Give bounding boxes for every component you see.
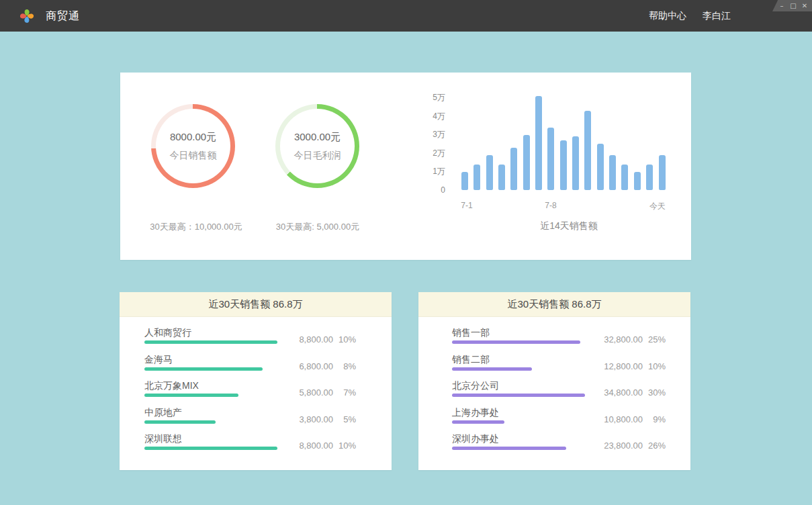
department-sales-rows: 销售一部 32,800.00 25% 销售二部 12,800.00 10% 北京… <box>418 326 690 459</box>
today-profit-label: 今日毛利润 <box>294 150 341 162</box>
department-sales-card-title: 近30天销售额 86.8万 <box>418 292 690 317</box>
row-values: 6,800.00 8% <box>299 361 356 371</box>
x-axis-tick-today: 今天 <box>649 201 666 212</box>
row-bar <box>452 420 504 424</box>
chart-title: 近14天销售额 <box>540 220 598 232</box>
chart-bar <box>473 165 480 191</box>
row-values: 34,800.00 30% <box>604 387 666 398</box>
y-axis-tick: 4万 <box>402 111 445 121</box>
department-sales-card: 近30天销售额 86.8万 销售一部 32,800.00 25% 销售二部 12… <box>418 292 690 470</box>
chart-bar <box>572 136 579 190</box>
chart-bar <box>597 144 604 190</box>
row-value: 23,800.00 <box>604 441 643 451</box>
sales-bar-chart <box>461 96 671 190</box>
row-value: 6,800.00 <box>299 361 333 371</box>
titlebar-nav: 帮助中心 李白江 <box>649 10 731 22</box>
chart-bar <box>498 165 505 191</box>
app-title: 商贸通 <box>46 9 80 24</box>
y-axis-tick: 0 <box>402 185 445 195</box>
summary-card: 8000.00元 今日销售额 30天最高：10,000.00元 3000.00元… <box>120 73 691 260</box>
chart-bar <box>646 165 653 191</box>
row-bar <box>452 340 580 344</box>
row-percent: 9% <box>648 414 666 424</box>
table-row: 深圳办事处 23,800.00 26% <box>418 432 690 459</box>
window-controls: – □ ✕ <box>772 0 812 11</box>
row-percent: 25% <box>648 334 666 345</box>
row-values: 12,800.00 10% <box>604 361 666 371</box>
minimize-button[interactable]: – <box>778 3 785 9</box>
table-row: 人和商贸行 8,800.00 10% <box>120 326 392 353</box>
chart-bar <box>621 165 628 191</box>
table-row: 金海马 6,800.00 8% <box>120 353 392 379</box>
customer-sales-rows: 人和商贸行 8,800.00 10% 金海马 6,800.00 8% 北京万象M… <box>120 326 392 459</box>
table-row: 深圳联想 8,800.00 10% <box>120 432 392 459</box>
row-values: 8,800.00 10% <box>299 334 356 345</box>
chart-bar <box>461 172 468 191</box>
table-row: 中原地产 3,800.00 5% <box>120 406 392 432</box>
row-values: 32,800.00 25% <box>604 334 666 345</box>
row-value: 10,800.00 <box>604 414 643 424</box>
chart-bar <box>560 140 567 190</box>
customer-sales-card-title: 近30天销售额 86.8万 <box>120 292 392 317</box>
row-values: 5,800.00 7% <box>299 387 356 398</box>
chart-bar <box>609 155 616 190</box>
row-percent: 7% <box>339 387 356 398</box>
row-percent: 8% <box>339 361 356 371</box>
today-profit-30day-max: 30天最高: 5,000.00元 <box>230 221 405 233</box>
row-percent: 5% <box>339 414 356 424</box>
row-bar <box>452 367 532 371</box>
table-row: 北京万象MIX 5,800.00 7% <box>120 379 392 406</box>
row-values: 10,800.00 9% <box>604 414 666 424</box>
row-bar <box>144 447 277 450</box>
x-axis-tick-first: 7-1 <box>461 201 472 210</box>
chart-bar <box>634 172 641 191</box>
row-bar <box>144 340 277 344</box>
chart-bar <box>659 155 666 190</box>
chart-bar <box>486 155 493 190</box>
today-profit-gauge: 3000.00元 今日毛利润 <box>275 104 359 188</box>
app-logo-icon <box>19 8 35 24</box>
today-sales-value: 8000.00元 <box>170 131 216 144</box>
row-bar <box>144 420 216 424</box>
row-value: 12,800.00 <box>604 361 643 371</box>
chart-bar <box>523 135 530 191</box>
today-profit-value: 3000.00元 <box>294 131 341 144</box>
user-menu[interactable]: 李白江 <box>703 10 731 22</box>
today-sales-gauge: 8000.00元 今日销售额 <box>151 104 235 188</box>
row-bar <box>144 394 238 397</box>
row-value: 8,800.00 <box>299 334 333 345</box>
row-value: 5,800.00 <box>299 387 333 398</box>
row-values: 3,800.00 5% <box>299 414 356 424</box>
table-row: 北京分公司 34,800.00 30% <box>418 379 690 406</box>
customer-sales-card: 近30天销售额 86.8万 人和商贸行 8,800.00 10% 金海马 6,8… <box>120 292 392 470</box>
y-axis-tick: 5万 <box>402 93 445 102</box>
close-button[interactable]: ✕ <box>801 3 808 9</box>
y-axis-tick: 3万 <box>402 130 445 139</box>
x-axis-tick-mid: 7-8 <box>545 201 556 210</box>
row-values: 23,800.00 26% <box>604 441 666 451</box>
row-percent: 30% <box>648 387 666 398</box>
row-bar <box>452 394 585 397</box>
title-bar: 商贸通 帮助中心 李白江 – □ ✕ <box>0 0 812 32</box>
chart-bar <box>584 111 591 190</box>
table-row: 销售一部 32,800.00 25% <box>418 326 690 353</box>
row-value: 8,800.00 <box>299 441 333 451</box>
chart-bar <box>547 128 554 191</box>
row-value: 3,800.00 <box>299 414 333 424</box>
row-bar <box>144 367 263 371</box>
y-axis-tick: 1万 <box>402 167 445 176</box>
row-bar <box>452 447 566 450</box>
y-axis-tick: 2万 <box>402 148 445 158</box>
table-row: 上海办事处 10,800.00 9% <box>418 406 690 432</box>
row-percent: 10% <box>339 441 356 451</box>
row-value: 34,800.00 <box>604 387 643 398</box>
chart-bar <box>510 148 517 190</box>
row-percent: 10% <box>339 334 356 345</box>
row-values: 8,800.00 10% <box>299 441 356 451</box>
maximize-button[interactable]: □ <box>790 3 797 9</box>
row-percent: 10% <box>648 361 666 371</box>
row-percent: 26% <box>648 441 666 451</box>
chart-bar <box>535 96 542 190</box>
help-center-link[interactable]: 帮助中心 <box>649 10 686 22</box>
row-value: 32,800.00 <box>604 334 643 345</box>
